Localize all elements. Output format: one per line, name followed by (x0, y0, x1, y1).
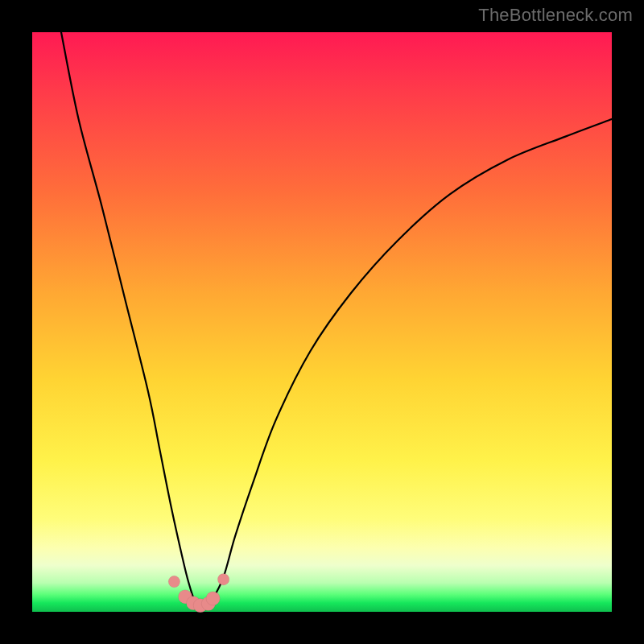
valley-dot (217, 573, 229, 584)
valley-dots (168, 573, 229, 612)
plot-area (32, 32, 612, 612)
curve-layer (32, 32, 612, 612)
bottleneck-curve (61, 32, 612, 607)
valley-dot (206, 592, 220, 605)
valley-dot (168, 576, 180, 587)
chart-frame: TheBottleneck.com (0, 0, 644, 644)
watermark-text: TheBottleneck.com (478, 5, 633, 26)
